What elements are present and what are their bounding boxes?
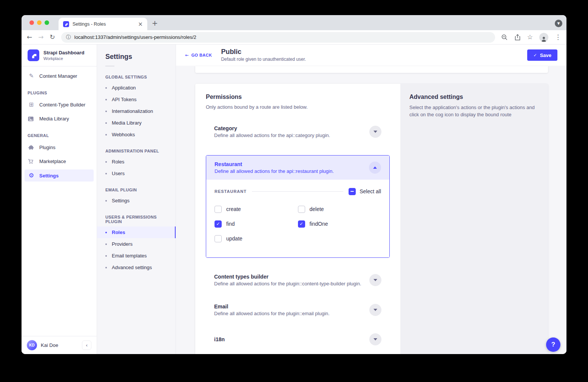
chevron-down-icon[interactable] (369, 304, 381, 316)
accordion-title: Restaurant (215, 161, 334, 167)
zoom-icon[interactable] (501, 34, 508, 41)
accordion-content-types-builder[interactable]: Content types builder Define all allowed… (206, 274, 390, 286)
bookmark-star-icon[interactable]: ☆ (527, 34, 533, 40)
findone-checkbox[interactable] (298, 220, 305, 228)
accordion-description: Define all allowed actions for the plugi… (214, 311, 330, 316)
bullet-icon (105, 134, 107, 136)
accordion-email[interactable]: Email Define all allowed actions for the… (206, 303, 390, 316)
close-window-button[interactable] (29, 20, 34, 25)
browser-toolbar: ← → ↻ ⓘ localhost:1337/admin/settings/us… (22, 30, 566, 45)
workspace-switcher[interactable]: Strapi Dashboard Workplace (22, 45, 97, 66)
delete-checkbox[interactable] (298, 206, 305, 213)
save-label: Save (540, 52, 551, 58)
action-create: create (215, 206, 298, 213)
find-checkbox[interactable] (215, 220, 222, 228)
subnav-item-email-settings[interactable]: Settings (97, 195, 176, 206)
role-details-card-edge (195, 66, 548, 73)
tab-close-icon[interactable]: × (138, 21, 143, 28)
window-controls (29, 20, 49, 25)
select-all-checkbox[interactable] (349, 188, 356, 195)
sidebar-item-plugins[interactable]: Plugins (25, 142, 94, 153)
action-label: findOne (310, 221, 328, 227)
help-button[interactable]: ? (546, 337, 560, 352)
group-rule (252, 191, 343, 192)
subnav-item-label: Roles (112, 230, 125, 235)
picture-icon (28, 116, 35, 122)
sidebar-item-content-type-builder[interactable]: ⊞ Content-Type Builder (25, 99, 94, 111)
action-label: update (226, 236, 242, 242)
subnav-section-email-plugin: EMAIL PLUGIN (105, 188, 167, 192)
site-info-icon[interactable]: ⓘ (66, 34, 71, 41)
accordion-i18n[interactable]: i18n (206, 333, 390, 345)
accordion-restaurant-header[interactable]: Restaurant Define all allowed actions fo… (206, 156, 389, 180)
bullet-icon (105, 200, 107, 202)
subnav-item-up-roles[interactable]: Roles (97, 226, 176, 238)
bullet-icon (105, 267, 107, 268)
new-tab-button[interactable]: + (150, 18, 160, 28)
permissions-subtitle: Only actions bound by a route are listed… (206, 104, 390, 111)
advanced-settings-panel: Advanced settings Select the application… (400, 84, 548, 354)
group-label: RESTAURANT (215, 189, 247, 194)
bullet-icon (105, 243, 107, 245)
pencil-icon: ✎ (28, 73, 35, 79)
accordion-category[interactable]: Category Define all allowed actions for … (206, 125, 390, 138)
create-checkbox[interactable] (215, 206, 222, 213)
user-avatar[interactable]: KD (27, 340, 37, 350)
reload-icon[interactable]: ↻ (50, 34, 55, 40)
subnav-item-advanced-settings[interactable]: Advanced settings (97, 262, 176, 273)
maximize-window-button[interactable] (45, 20, 49, 25)
strapi-logo-icon (28, 49, 39, 61)
accordion-title: Category (214, 125, 330, 131)
bullet-icon (105, 161, 107, 163)
action-delete: delete (298, 206, 381, 213)
accordion-title: Email (214, 303, 330, 310)
subnav-item-admin-users[interactable]: Users (97, 168, 176, 179)
subnav-item-internationalization[interactable]: Internationalization (97, 105, 176, 117)
share-icon[interactable] (514, 34, 521, 41)
minimize-window-button[interactable] (37, 20, 42, 25)
chevron-down-icon[interactable] (369, 274, 381, 286)
accordion-description: Define all allowed actions for the api::… (215, 168, 334, 174)
sidebar-divider (22, 66, 97, 66)
subnav-item-media-library[interactable]: Media Library (97, 117, 176, 129)
subnav-item-providers[interactable]: Providers (97, 238, 176, 250)
bullet-icon (105, 111, 107, 112)
collapse-sidebar-button[interactable]: ‹ (82, 340, 91, 350)
address-bar[interactable]: ⓘ localhost:1337/admin/settings/users-pe… (61, 32, 495, 43)
bullet-icon (105, 122, 107, 124)
subnav-item-label: API Tokens (112, 97, 137, 102)
sidebar-item-settings[interactable]: ⚙ Settings (25, 169, 94, 182)
forward-icon[interactable]: → (38, 34, 43, 40)
sidebar-item-media-library[interactable]: Media Library (25, 113, 94, 125)
browser-menu-chevron-icon[interactable]: ▼ (555, 20, 562, 27)
subnav-item-email-templates[interactable]: Email templates (97, 250, 176, 262)
bullet-icon (105, 173, 107, 174)
save-button[interactable]: ✓ Save (527, 49, 557, 61)
permissions-panel: Permissions Only actions bound by a rout… (195, 84, 400, 354)
subnav-item-label: Application (112, 85, 136, 91)
back-icon[interactable]: ← (27, 34, 32, 40)
sidebar-section-general: GENERAL (28, 133, 91, 138)
chevron-down-icon[interactable] (369, 126, 381, 138)
subnav-item-label: Settings (112, 198, 130, 203)
sidebar-item-marketplace[interactable]: Marketplace (25, 156, 94, 167)
browser-profile-icon[interactable] (539, 33, 548, 42)
subnav-item-api-tokens[interactable]: API Tokens (97, 94, 176, 105)
sidebar-item-content-manager[interactable]: ✎ Content Manager (25, 70, 94, 82)
go-back-link[interactable]: ← GO BACK (185, 53, 212, 58)
tab-title: Settings - Roles (73, 22, 134, 27)
permissions-card: Permissions Only actions bound by a rout… (195, 84, 548, 354)
advanced-settings-description: Select the application's actions or the … (409, 104, 538, 119)
chevron-down-icon[interactable] (369, 333, 381, 345)
subnav-item-webhooks[interactable]: Webhooks (97, 129, 176, 140)
browser-tab[interactable]: Settings - Roles × (59, 18, 147, 30)
page-title: Public (221, 48, 306, 56)
strapi-app: Strapi Dashboard Workplace ✎ Content Man… (22, 45, 566, 354)
page-body: Permissions Only actions bound by a rout… (176, 66, 566, 354)
subnav-item-label: Email templates (112, 253, 147, 259)
chevron-up-icon[interactable] (369, 162, 381, 174)
subnav-item-admin-roles[interactable]: Roles (97, 156, 176, 168)
browser-menu-icon[interactable]: ⋮ (555, 34, 561, 40)
update-checkbox[interactable] (215, 235, 222, 242)
subnav-item-application[interactable]: Application (97, 82, 176, 94)
